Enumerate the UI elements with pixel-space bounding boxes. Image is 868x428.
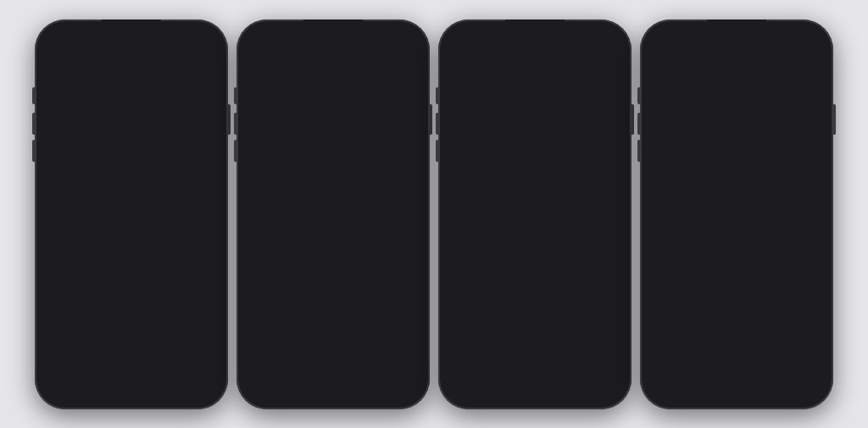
chevron-3a: › — [614, 205, 617, 215]
list-item-photos[interactable]: 📷 Photos › — [242, 187, 424, 215]
back-arrow-3: ‹ — [453, 50, 456, 62]
locsvc-desc-3: Location Services uses GPS, Bluetooth, a… — [444, 93, 626, 137]
camera-3-icon: 📷 — [453, 370, 471, 389]
mute-switch-2 — [234, 87, 236, 104]
list-item-reminders[interactable]: 🔔 Reminders › — [41, 380, 222, 392]
chevron-3c: › — [614, 261, 617, 271]
chevron-icon: › — [210, 131, 214, 142]
media-icon: 🎵 — [251, 387, 270, 392]
appstore-value-3: While Using — [569, 233, 614, 242]
list-item-wallet[interactable]: 💳 Wallet & Apple Pay › — [41, 208, 222, 236]
list-item-health[interactable]: ❤ Health › — [242, 327, 424, 355]
list-item-bluetooth[interactable]: B Bluetooth Sharing › — [242, 215, 424, 243]
locsvc-toggle-label-3: Location Services — [453, 75, 593, 85]
battery-icon-1: ▐ — [205, 36, 210, 45]
share-location-header: Share My Location This iPhone is being u… — [444, 163, 626, 193]
chevron-icon: › — [210, 248, 214, 258]
signal-icon-2: ●●● — [380, 36, 393, 45]
list-item-passwords[interactable]: 🔑 Passwords & Accounts › — [41, 240, 222, 268]
status-bar-1: 2:20 ●●● ▲ ▐ — [41, 30, 222, 48]
status-bar-2: 2:20 ●●● ▲ ▐ — [242, 30, 424, 48]
chevron-icon: › — [210, 276, 214, 286]
watchfaces-icon-3: ⌚ — [453, 286, 471, 304]
list-item-media[interactable]: 🎵 Media & Apple Music › — [242, 383, 424, 392]
camera-priv-label: Camera — [276, 308, 412, 318]
turn-off-button[interactable]: Turn Off — [663, 274, 810, 303]
list-item-mail[interactable]: ✉ Mail › — [41, 268, 222, 296]
appstore-icon-3: A — [453, 229, 471, 247]
locsvc-desc2-3: Location Services settings also apply to… — [444, 137, 626, 159]
volume-down-btn-2 — [234, 140, 236, 162]
settings-list-1[interactable]: 🔒 Face ID & Passcode › SOS Emergency SOS… — [41, 66, 222, 392]
app-item-watchfaces-3[interactable]: ⌚ Apple Watch Faces Using While Using › — [444, 281, 626, 310]
list-item-microphone[interactable]: 🎙 Microphone › — [242, 243, 424, 271]
wifi-icon-1: ▲ — [195, 36, 203, 45]
list-item-speech[interactable]: 💬 Speech Recognition › — [242, 271, 424, 299]
calendars-label: Calendars — [276, 140, 412, 150]
chevron-icon: › — [210, 217, 214, 227]
locsvc-list-3[interactable]: Location Services Location Services uses… — [444, 66, 626, 392]
calendars-icon: 📅 — [251, 136, 270, 154]
chevron-icon: › — [412, 140, 415, 150]
list-item-privacy[interactable]: 🤚 Privacy › — [43, 151, 220, 181]
list-item-itunes[interactable]: A iTunes & App Store › — [41, 181, 222, 208]
power-btn-3 — [632, 104, 634, 135]
list-item-calendar[interactable]: 📅 Calendar › — [41, 324, 222, 352]
app-item-calendar-3[interactable]: 📅 Calendar While Using › — [444, 338, 626, 366]
contacts-priv-label: Contacts — [276, 112, 412, 122]
phone-3: 2:20 ●●● ▲ ▐ ‹ Privacy Location Services — [438, 19, 632, 409]
app-item-applestore-3[interactable]: 🍎 Apple Store While Using › — [444, 253, 626, 281]
applestore-value-3: While Using — [569, 261, 614, 270]
list-item-reminders-priv[interactable]: 🔔 Reminders › — [242, 159, 424, 187]
location-services-item[interactable]: ✈ Location Services On › — [248, 69, 419, 100]
locsvc-toggle-3[interactable] — [593, 73, 617, 86]
applestore-label-3: Apple Store — [478, 261, 569, 271]
chevron-icon: › — [412, 196, 415, 206]
time-1: 2:20 — [53, 36, 70, 45]
back-btn-2[interactable]: ‹ Settings — [251, 50, 286, 62]
chevron-icon: › — [210, 304, 214, 314]
list-item-contacts-priv[interactable]: 👤 Contacts › — [242, 103, 424, 131]
volume-down-btn-4 — [637, 140, 640, 162]
locsvc-toggle-row-3[interactable]: Location Services — [444, 66, 626, 93]
back-btn-3[interactable]: ‹ Privacy — [453, 50, 485, 62]
cancel-button[interactable]: Cancel — [663, 308, 810, 333]
location-icon: ✈ — [258, 75, 276, 94]
list-item-calendars[interactable]: 📅 Calendars › — [242, 131, 424, 159]
privacy-list[interactable]: ✈ Location Services On › 👤 Contacts › 📅 … — [242, 66, 424, 392]
turn-off-dialog: Location Services will be disabled for a… — [646, 30, 827, 399]
app-item-american-3[interactable]: ✈ American While Using › — [444, 197, 626, 225]
list-item-battery[interactable]: 🔋 Battery › — [41, 123, 222, 151]
calendar-3-icon: 📅 — [453, 342, 471, 361]
reminders-priv-label: Reminders — [276, 168, 412, 178]
passwords-label: Passwords & Accounts — [75, 248, 210, 258]
wifi-icon-3: ▲ — [598, 36, 606, 45]
app-item-workout-3[interactable]: 🏃 Apple Watch Workout While Using › — [444, 310, 626, 338]
app-item-appstore-3[interactable]: A App Store While Using › — [444, 225, 626, 253]
list-item-homekit[interactable]: 🏠 HomeKit › — [242, 355, 424, 383]
battery-label: Battery — [75, 131, 210, 142]
chevron-icon: › — [206, 160, 209, 170]
app-item-camera-3[interactable]: 📷 Camera While Using › — [444, 366, 626, 392]
chevron-icon: › — [412, 280, 415, 290]
reminders-icon: 🔔 — [49, 384, 68, 392]
battery-icon-2: ▐ — [407, 36, 412, 45]
list-item-camera-priv[interactable]: 📷 Camera › — [242, 299, 424, 327]
watchfaces-value-3: While Using — [569, 290, 614, 299]
list-item-face-id[interactable]: 🔒 Face ID & Passcode › — [41, 66, 222, 95]
camera-3-value: While Using — [569, 375, 614, 384]
microphone-label: Microphone — [276, 252, 412, 262]
list-item-notes[interactable]: 📝 Notes › — [41, 352, 222, 380]
chevron-icon: › — [210, 189, 214, 199]
list-item-emergency-sos[interactable]: SOS Emergency SOS › — [41, 95, 222, 123]
bluetooth-icon: B — [251, 220, 270, 238]
american-label-3: American — [478, 205, 569, 215]
itunes-label: iTunes & App Store — [75, 189, 210, 199]
reminders-label: Reminders — [75, 388, 210, 392]
volume-up-btn-2 — [234, 113, 236, 135]
list-item-contacts[interactable]: 👤 Contacts › — [41, 296, 222, 324]
dialog-message: Location Services will be disabled for a… — [663, 225, 810, 265]
volume-down-btn — [32, 140, 35, 162]
face-id-label: Face ID & Passcode — [75, 75, 210, 86]
passwords-icon: 🔑 — [49, 244, 68, 263]
